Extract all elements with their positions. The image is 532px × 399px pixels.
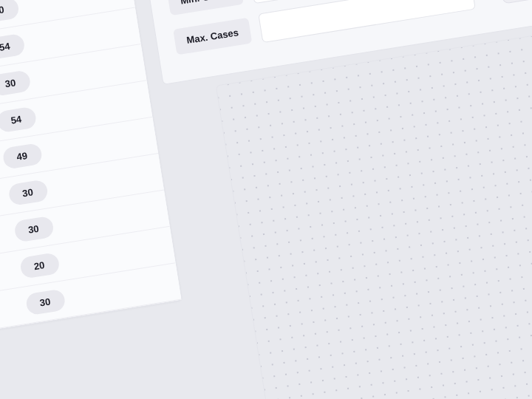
value-pill: 30 xyxy=(25,288,66,316)
value-pill: 20 xyxy=(19,252,61,279)
label-max-cases: Max. Cases xyxy=(173,17,252,55)
label-min-cases: Min. Cases xyxy=(167,0,244,16)
value-pill: 54 xyxy=(0,106,38,134)
add-new-line-button[interactable]: Add New Line xyxy=(499,0,532,4)
input-max-cases[interactable] xyxy=(258,0,476,43)
value-pill: 30 xyxy=(0,0,20,24)
value-pill: 49 xyxy=(1,143,43,170)
value-pill: 30 xyxy=(13,216,55,243)
table-rows: 30 54 30 54 49 30 30 20 30 xyxy=(0,0,181,346)
data-table: MAX. CASES PER PALLET 30 54 30 54 49 30 … xyxy=(0,0,183,347)
value-pill: 54 xyxy=(0,33,26,61)
value-pill: 30 xyxy=(7,179,49,206)
value-pill: 30 xyxy=(0,69,32,97)
